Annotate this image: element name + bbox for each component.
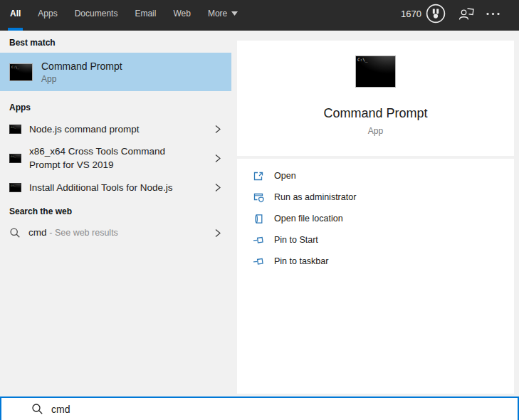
apps-header: Apps [0, 91, 231, 116]
tab-apps-label: Apps [38, 9, 57, 19]
taskbar-search-box[interactable] [0, 397, 519, 420]
console-app-icon: C:\_ [9, 125, 21, 134]
command-prompt-icon-large: C:\_ [355, 56, 396, 88]
pin-icon [253, 256, 265, 268]
action-pin-to-taskbar[interactable]: Pin to taskbar [237, 251, 514, 272]
result-nodejs-command-prompt[interactable]: C:\_ Node.js command prompt [0, 116, 231, 142]
result-label: cmd - See web results [28, 226, 118, 240]
tab-documents[interactable]: Documents [66, 0, 127, 27]
preview-title: Command Prompt [323, 106, 427, 121]
action-label: Open [274, 171, 296, 181]
action-open-file-location[interactable]: Open file location [237, 208, 514, 229]
preview-pane-actions: Open Run as administrator Open file loca… [237, 159, 514, 394]
tab-email-label: Email [135, 9, 156, 19]
run-as-admin-shield-icon [253, 191, 265, 204]
preview-pane-header: C:\_ Command Prompt App [237, 41, 514, 156]
console-app-icon: C:\_ [9, 154, 21, 163]
tab-web-label: Web [173, 9, 190, 19]
cmd-icon-text: C:\_ [357, 58, 367, 62]
tab-email[interactable]: Email [126, 0, 164, 27]
user-account-icon[interactable] [458, 6, 475, 21]
tab-all-label: All [10, 9, 21, 19]
action-label: Run as administrator [274, 192, 356, 202]
search-filter-tabs: All Apps Documents Email Web More [0, 0, 246, 27]
rewards-points[interactable]: 1670 [401, 9, 421, 19]
web-suffix: - See web results [49, 228, 118, 238]
search-the-web-header: Search the web [0, 200, 231, 220]
tab-apps[interactable]: Apps [29, 0, 65, 27]
cmd-icon-text: C:\_ [11, 65, 19, 69]
action-run-as-administrator[interactable]: Run as administrator [237, 187, 514, 208]
best-match-title: Command Prompt [41, 61, 122, 72]
open-icon [253, 170, 265, 182]
more-options-icon[interactable] [486, 12, 500, 16]
topbar-right-cluster: 1670 [401, 3, 519, 24]
cmd-icon-text: C:\_ [11, 184, 16, 187]
tab-web[interactable]: Web [164, 0, 199, 27]
tab-more[interactable]: More [199, 0, 246, 27]
rewards-medal-icon[interactable] [425, 3, 446, 24]
console-app-icon: C:\_ [9, 183, 21, 192]
open-file-location-icon [253, 213, 265, 225]
best-match-result[interactable]: C:\_ Command Prompt App [0, 53, 231, 91]
search-icon [9, 227, 21, 238]
action-pin-to-start[interactable]: Pin to Start [237, 229, 514, 251]
cmd-icon-text: C:\_ [11, 155, 16, 157]
result-label: Install Additional Tools for Node.js [29, 181, 173, 194]
preview-subtitle: App [368, 126, 383, 136]
result-x86-x64-cross-tools[interactable]: C:\_ x86_x64 Cross Tools Command Prompt … [0, 142, 231, 174]
action-label: Open file location [274, 214, 343, 224]
command-prompt-icon: C:\_ [9, 63, 33, 81]
expand-chevron-icon[interactable] [213, 183, 222, 192]
tab-all[interactable]: All [1, 0, 29, 27]
result-label: x86_x64 Cross Tools Command Prompt for V… [29, 145, 175, 172]
tab-documents-label: Documents [75, 9, 118, 19]
chevron-down-icon [231, 11, 238, 16]
search-input[interactable] [51, 404, 450, 415]
action-label: Pin to taskbar [274, 256, 328, 266]
expand-chevron-icon[interactable] [213, 154, 222, 163]
result-install-additional-tools[interactable]: C:\_ Install Additional Tools for Node.j… [0, 174, 231, 200]
result-label: Node.js command prompt [29, 122, 140, 136]
best-match-subtitle: App [41, 74, 122, 84]
expand-chevron-icon[interactable] [213, 125, 222, 134]
best-match-header: Best match [0, 31, 231, 53]
action-label: Pin to Start [274, 235, 318, 245]
tab-more-label: More [208, 9, 227, 19]
pin-icon [253, 234, 265, 246]
search-icon [31, 403, 43, 415]
result-web-search-cmd[interactable]: cmd - See web results [0, 220, 231, 246]
search-results-panel: Best match C:\_ Command Prompt App Apps … [0, 31, 231, 420]
search-flyout-topbar: All Apps Documents Email Web More 1670 [0, 0, 519, 31]
web-query: cmd [28, 227, 47, 238]
cmd-icon-text: C:\_ [11, 126, 16, 128]
expand-chevron-icon[interactable] [213, 229, 222, 238]
action-open[interactable]: Open [237, 165, 514, 187]
